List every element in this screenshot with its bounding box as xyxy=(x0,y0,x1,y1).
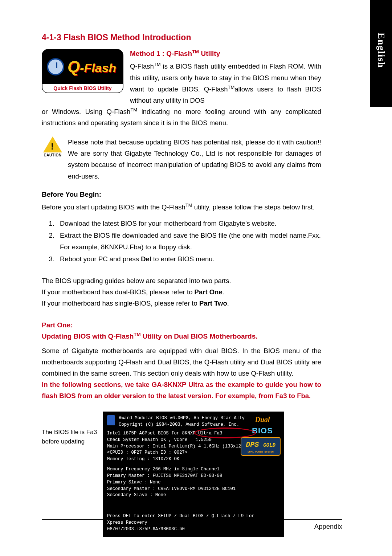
before-you-begin-text: Before you start updating BIOS with the … xyxy=(42,201,321,213)
bios-line: Primary Master : FUJITSU MPE3170AT ED-03… xyxy=(107,473,280,479)
step-1: Download the latest BIOS for your mother… xyxy=(56,218,321,229)
caution-text: Please note that because updating BIOS h… xyxy=(68,136,321,181)
before-you-begin-heading: Before You Begin: xyxy=(42,191,321,199)
award-icon xyxy=(107,415,115,425)
caution-icon: CAUTION xyxy=(42,136,64,181)
bios-line: Award Modular BIOS v6.00PG, An Energy St… xyxy=(119,415,245,422)
intro-paragraph-right: Q-FlashTM is a BIOS flash utility embedd… xyxy=(130,61,321,106)
clock-icon xyxy=(47,58,64,75)
page-number: - 55 - xyxy=(170,523,186,531)
bios-line: Copyright (C) 1984-2003, Award Software,… xyxy=(119,422,245,428)
bios-line: Secondary Master : CREATIVEDVD-RM DVD124… xyxy=(107,486,280,492)
bios-line: Secondary Slave : None xyxy=(107,492,280,499)
part-one-emphasis: In the following sections, we take GA-8K… xyxy=(42,379,321,401)
bios-line: Primary Slave : None xyxy=(107,479,280,486)
bios-caption: The BIOS file is Fa3 before updating xyxy=(42,428,100,446)
guides-intro: The BIOS upgrading guides below are sepa… xyxy=(42,275,321,309)
language-tab: English xyxy=(370,0,392,107)
step-3: Reboot your PC and press Del to enter BI… xyxy=(56,253,321,265)
bios-post-screenshot: Dual BIOS DPS GOLD DUAL POWER SYSTEM Awa… xyxy=(103,412,284,537)
step-2: Extract the BIOS file downloaded and sav… xyxy=(56,230,321,253)
dps-gold-logo: DPS GOLD DUAL POWER SYSTEM xyxy=(241,437,281,456)
qflash-logo-text: Q-Flash xyxy=(68,58,116,76)
qflash-logo: Q-Flash Quick Flash BIOS Utility xyxy=(42,49,123,93)
part-one-heading: Part One: Updating BIOS with Q-FlashTM U… xyxy=(42,320,321,342)
footer-section: Appendix xyxy=(314,523,342,531)
bios-line: Memory Frequency 266 MHz in Single Chann… xyxy=(107,466,280,473)
dual-bios-logo: Dual BIOS xyxy=(244,414,281,437)
bios-line: Press DEL to enter SETUP / Dual BIOS / Q… xyxy=(107,513,280,520)
page-footer: - 55 - Appendix xyxy=(42,519,342,531)
qflash-logo-subtitle: Quick Flash BIOS Utility xyxy=(42,84,123,93)
method1-heading: Method 1 : Q-FlashTM Utility xyxy=(130,49,321,58)
bios-line: Memory Testing : 131072K OK xyxy=(107,456,280,463)
steps-list: Download the latest BIOS for your mother… xyxy=(42,218,321,265)
intro-paragraph-cont: or Windows. Using Q-FlashTM indicating n… xyxy=(42,106,321,128)
part-one-body: Some of Gigabyte motherboards are equipp… xyxy=(42,345,321,379)
section-title: 4-1-3 Flash BIOS Method Introduction xyxy=(42,33,321,42)
page-content: 4-1-3 Flash BIOS Method Introduction Q-F… xyxy=(0,0,363,537)
